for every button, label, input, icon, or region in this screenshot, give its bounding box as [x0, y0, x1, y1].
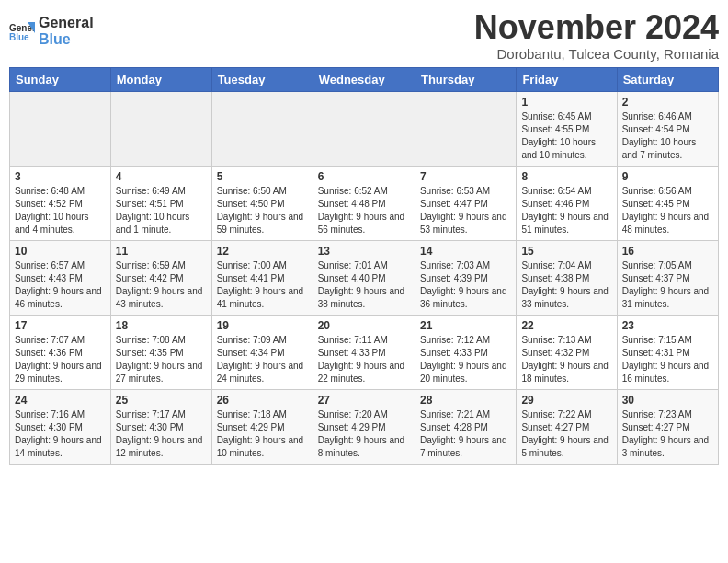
day-cell: 22Sunrise: 7:13 AM Sunset: 4:32 PM Dayli… [517, 315, 617, 389]
week-row-3: 10Sunrise: 6:57 AM Sunset: 4:43 PM Dayli… [10, 240, 719, 315]
day-info: Sunrise: 6:50 AM Sunset: 4:50 PM Dayligh… [217, 185, 308, 236]
day-number: 24 [15, 394, 106, 407]
day-cell: 13Sunrise: 7:01 AM Sunset: 4:40 PM Dayli… [313, 240, 415, 315]
day-info: Sunrise: 6:48 AM Sunset: 4:52 PM Dayligh… [15, 185, 106, 236]
day-cell: 19Sunrise: 7:09 AM Sunset: 4:34 PM Dayli… [211, 315, 313, 389]
day-number: 12 [217, 245, 308, 258]
day-number: 30 [622, 394, 713, 407]
logo-general-text: General [39, 15, 94, 31]
day-cell: 15Sunrise: 7:04 AM Sunset: 4:38 PM Dayli… [517, 240, 617, 315]
logo-blue-text: Blue [39, 31, 94, 48]
day-cell: 18Sunrise: 7:08 AM Sunset: 4:35 PM Dayli… [110, 315, 211, 389]
month-title: November 2024 [474, 9, 719, 46]
day-number: 16 [622, 245, 713, 258]
day-cell: 24Sunrise: 7:16 AM Sunset: 4:30 PM Dayli… [10, 389, 111, 464]
day-info: Sunrise: 7:01 AM Sunset: 4:40 PM Dayligh… [318, 259, 410, 311]
day-number: 10 [15, 245, 106, 258]
day-number: 22 [521, 319, 611, 332]
day-number: 17 [15, 319, 106, 332]
week-row-1: 1Sunrise: 6:45 AM Sunset: 4:55 PM Daylig… [10, 91, 719, 166]
day-cell: 2Sunrise: 6:46 AM Sunset: 4:54 PM Daylig… [617, 91, 718, 166]
day-number: 29 [521, 394, 611, 407]
day-number: 5 [217, 170, 308, 183]
day-number: 6 [318, 170, 410, 183]
day-number: 26 [217, 394, 308, 407]
day-number: 11 [116, 245, 207, 258]
day-cell: 5Sunrise: 6:50 AM Sunset: 4:50 PM Daylig… [211, 166, 313, 240]
title-area: November 2024 Dorobantu, Tulcea County, … [474, 9, 719, 62]
day-info: Sunrise: 6:53 AM Sunset: 4:47 PM Dayligh… [420, 185, 511, 236]
day-cell: 11Sunrise: 6:59 AM Sunset: 4:42 PM Dayli… [110, 240, 211, 315]
day-info: Sunrise: 7:20 AM Sunset: 4:29 PM Dayligh… [318, 408, 410, 460]
day-cell: 6Sunrise: 6:52 AM Sunset: 4:48 PM Daylig… [313, 166, 415, 240]
day-number: 21 [420, 319, 511, 332]
day-cell: 9Sunrise: 6:56 AM Sunset: 4:45 PM Daylig… [617, 166, 718, 240]
page-header: General Blue General Blue November 2024 … [9, 9, 719, 62]
day-number: 14 [420, 245, 511, 258]
weekday-header-row: SundayMondayTuesdayWednesdayThursdayFrid… [10, 67, 719, 91]
day-number: 2 [622, 96, 713, 109]
day-info: Sunrise: 6:59 AM Sunset: 4:42 PM Dayligh… [116, 259, 207, 311]
day-cell: 7Sunrise: 6:53 AM Sunset: 4:47 PM Daylig… [415, 166, 516, 240]
day-number: 9 [622, 170, 713, 183]
day-info: Sunrise: 7:17 AM Sunset: 4:30 PM Dayligh… [116, 408, 207, 460]
day-cell: 4Sunrise: 6:49 AM Sunset: 4:51 PM Daylig… [110, 166, 211, 240]
day-number: 27 [318, 394, 410, 407]
day-info: Sunrise: 7:12 AM Sunset: 4:33 PM Dayligh… [420, 334, 511, 385]
day-cell: 16Sunrise: 7:05 AM Sunset: 4:37 PM Dayli… [617, 240, 718, 315]
day-cell: 20Sunrise: 7:11 AM Sunset: 4:33 PM Dayli… [313, 315, 415, 389]
day-info: Sunrise: 6:56 AM Sunset: 4:45 PM Dayligh… [622, 185, 713, 236]
day-cell: 3Sunrise: 6:48 AM Sunset: 4:52 PM Daylig… [10, 166, 111, 240]
day-info: Sunrise: 7:11 AM Sunset: 4:33 PM Dayligh… [318, 334, 410, 385]
day-cell [211, 91, 313, 166]
day-number: 28 [420, 394, 511, 407]
location-subtitle: Dorobantu, Tulcea County, Romania [474, 46, 719, 62]
day-info: Sunrise: 6:45 AM Sunset: 4:55 PM Dayligh… [521, 110, 611, 162]
day-info: Sunrise: 6:49 AM Sunset: 4:51 PM Dayligh… [116, 185, 207, 236]
day-info: Sunrise: 6:52 AM Sunset: 4:48 PM Dayligh… [318, 185, 410, 236]
weekday-header-monday: Monday [110, 67, 211, 91]
day-number: 25 [116, 394, 207, 407]
day-cell: 25Sunrise: 7:17 AM Sunset: 4:30 PM Dayli… [110, 389, 211, 464]
day-number: 18 [116, 319, 207, 332]
day-cell: 17Sunrise: 7:07 AM Sunset: 4:36 PM Dayli… [10, 315, 111, 389]
day-info: Sunrise: 7:04 AM Sunset: 4:38 PM Dayligh… [521, 259, 611, 311]
day-number: 13 [318, 245, 410, 258]
day-info: Sunrise: 6:46 AM Sunset: 4:54 PM Dayligh… [622, 110, 713, 162]
svg-text:Blue: Blue [9, 32, 29, 42]
day-cell [313, 91, 415, 166]
day-info: Sunrise: 7:23 AM Sunset: 4:27 PM Dayligh… [622, 408, 713, 460]
calendar-table: SundayMondayTuesdayWednesdayThursdayFrid… [9, 67, 719, 465]
logo: General Blue General Blue [9, 15, 94, 47]
day-info: Sunrise: 7:09 AM Sunset: 4:34 PM Dayligh… [217, 334, 308, 385]
day-number: 20 [318, 319, 410, 332]
day-cell: 29Sunrise: 7:22 AM Sunset: 4:27 PM Dayli… [517, 389, 617, 464]
day-cell: 12Sunrise: 7:00 AM Sunset: 4:41 PM Dayli… [211, 240, 313, 315]
day-cell [10, 91, 111, 166]
day-info: Sunrise: 7:13 AM Sunset: 4:32 PM Dayligh… [521, 334, 611, 385]
day-number: 1 [521, 96, 611, 109]
logo-icon: General Blue [9, 18, 35, 44]
day-number: 4 [116, 170, 207, 183]
week-row-2: 3Sunrise: 6:48 AM Sunset: 4:52 PM Daylig… [10, 166, 719, 240]
weekday-header-tuesday: Tuesday [211, 67, 313, 91]
week-row-4: 17Sunrise: 7:07 AM Sunset: 4:36 PM Dayli… [10, 315, 719, 389]
weekday-header-friday: Friday [517, 67, 617, 91]
day-cell: 1Sunrise: 6:45 AM Sunset: 4:55 PM Daylig… [517, 91, 617, 166]
day-info: Sunrise: 7:03 AM Sunset: 4:39 PM Dayligh… [420, 259, 511, 311]
day-info: Sunrise: 7:05 AM Sunset: 4:37 PM Dayligh… [622, 259, 713, 311]
day-info: Sunrise: 7:07 AM Sunset: 4:36 PM Dayligh… [15, 334, 106, 385]
week-row-5: 24Sunrise: 7:16 AM Sunset: 4:30 PM Dayli… [10, 389, 719, 464]
day-info: Sunrise: 7:16 AM Sunset: 4:30 PM Dayligh… [15, 408, 106, 460]
day-info: Sunrise: 7:15 AM Sunset: 4:31 PM Dayligh… [622, 334, 713, 385]
day-info: Sunrise: 7:21 AM Sunset: 4:28 PM Dayligh… [420, 408, 511, 460]
day-number: 3 [15, 170, 106, 183]
day-info: Sunrise: 6:57 AM Sunset: 4:43 PM Dayligh… [15, 259, 106, 311]
day-cell [415, 91, 516, 166]
day-cell: 21Sunrise: 7:12 AM Sunset: 4:33 PM Dayli… [415, 315, 516, 389]
weekday-header-sunday: Sunday [10, 67, 111, 91]
day-cell: 30Sunrise: 7:23 AM Sunset: 4:27 PM Dayli… [617, 389, 718, 464]
day-cell: 14Sunrise: 7:03 AM Sunset: 4:39 PM Dayli… [415, 240, 516, 315]
day-info: Sunrise: 6:54 AM Sunset: 4:46 PM Dayligh… [521, 185, 611, 236]
day-cell: 26Sunrise: 7:18 AM Sunset: 4:29 PM Dayli… [211, 389, 313, 464]
